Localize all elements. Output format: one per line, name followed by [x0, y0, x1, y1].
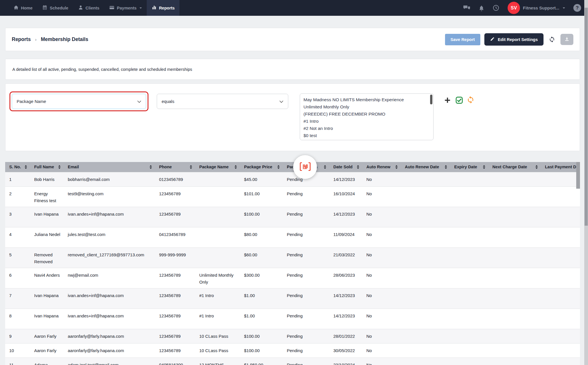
clock-icon[interactable]	[493, 5, 499, 11]
cell-auto-renew-date	[401, 207, 450, 227]
cell-email: aaronfarly@farly.hapana.com	[64, 329, 155, 343]
cell-next-charge-date	[488, 247, 541, 268]
cell-sno: 2	[5, 186, 30, 207]
table-scrollbar[interactable]	[576, 162, 580, 189]
nav-label: Payments	[117, 6, 137, 10]
column-header[interactable]: Date Sold	[329, 162, 362, 172]
memberships-table: S. No. Full Name Email Phone Package Nam…	[5, 162, 580, 365]
user-menu[interactable]: SV Fitness Support...	[508, 2, 565, 14]
cell-next-charge-date	[488, 268, 541, 288]
edit-report-settings-button[interactable]: Edit Report Settings	[484, 33, 543, 46]
cell-auto-renew: No	[362, 288, 401, 309]
listbox-option[interactable]: $0 test	[303, 132, 428, 139]
chevron-down-icon	[279, 99, 283, 104]
sort-icon	[189, 165, 192, 169]
apply-filter-icon[interactable]	[455, 96, 463, 105]
cell-sno: 8	[5, 309, 30, 329]
cell-phone: 123456789	[155, 207, 195, 227]
table-row: 8 Ivan Hapana ivan.andes+inf@hapana.com …	[5, 309, 580, 329]
reset-filter-icon[interactable]	[467, 96, 475, 105]
cell-expiry-date	[450, 343, 488, 358]
cell-package-name: 10 CLass Pass	[195, 329, 240, 343]
nav-item-reports[interactable]: Reports	[147, 0, 180, 16]
cell-expiry-date	[450, 268, 488, 288]
filter-field-select[interactable]: Package Name	[12, 94, 146, 109]
table-row: 2 Energy Fitness test test9@testing.com …	[5, 186, 580, 207]
window-scrollbar-thumb[interactable]	[585, 8, 588, 226]
column-header[interactable]: Last Payment Date	[541, 162, 580, 172]
column-header[interactable]: Auto Renew Date	[401, 162, 450, 172]
cell-package-name	[195, 227, 240, 247]
cell-last-payment-date	[541, 247, 580, 268]
cell-package-price: $100.00	[240, 343, 283, 358]
listbox-scrollbar[interactable]	[430, 95, 432, 104]
cell-email: adam.joel.test@gmail.com	[64, 358, 155, 365]
column-header[interactable]: Email	[64, 162, 155, 172]
nav-label: Home	[21, 6, 32, 10]
window-scrollbar[interactable]	[584, 0, 588, 365]
messages-icon[interactable]	[463, 5, 470, 11]
add-filter-icon[interactable]	[444, 97, 451, 105]
credit-card-icon	[109, 5, 115, 11]
filter-values-listbox[interactable]: May Madness NO LIMITS Membership Experie…	[300, 93, 434, 140]
cell-date-sold: 23/10/2024	[329, 358, 362, 365]
download-icon	[564, 36, 570, 43]
cell-phone: 123456789	[155, 268, 195, 288]
listbox-option[interactable]: #2 Not an Intro	[303, 125, 428, 132]
cell-date-sold: 28/06/2023	[329, 268, 362, 288]
cell-sno: 7	[5, 288, 30, 309]
cell-expiry-date	[450, 247, 488, 268]
column-header-label: Auto Renew Date	[405, 165, 439, 169]
save-report-button[interactable]: Save Report	[445, 34, 480, 45]
column-header[interactable]: Package Price	[240, 162, 283, 172]
cell-sno: 9	[5, 329, 30, 343]
user-name: Fitness Support...	[523, 5, 559, 10]
column-header[interactable]: Auto Renew	[362, 162, 401, 172]
cell-auto-renew: No	[362, 186, 401, 207]
cell-package-price: $1,950.00	[240, 358, 283, 365]
page-title: Membership Details	[41, 36, 88, 42]
listbox-option[interactable]: May Madness NO LIMITS Membership Experie…	[303, 96, 428, 103]
top-navbar: Home Schedule Clients Payments Reports S…	[0, 0, 588, 16]
column-header[interactable]: Full Name	[30, 162, 64, 172]
cell-package-status: Pending	[283, 186, 329, 207]
cell-sno: 11	[5, 358, 30, 365]
listbox-option[interactable]: (FREEDEC) FREE DECEMBER PROMO	[303, 110, 428, 118]
cell-next-charge-date	[488, 172, 541, 186]
listbox-option[interactable]: #1 Intro	[303, 118, 428, 125]
refresh-report-icon[interactable]	[549, 36, 555, 43]
column-header[interactable]: Package Name	[195, 162, 240, 172]
nav-label: Reports	[159, 6, 175, 10]
table-row: 4 Juliana Nedel jules.test@test.com 0412…	[5, 227, 580, 247]
column-header[interactable]: Next Charge Date	[488, 162, 541, 172]
cell-package-status: Pending	[283, 288, 329, 309]
nav-item-schedule[interactable]: Schedule	[37, 0, 73, 16]
column-header[interactable]: Expiry Date	[450, 162, 488, 172]
header-actions: Save Report Edit Report Settings	[445, 33, 573, 46]
nav-item-payments[interactable]: Payments	[104, 0, 147, 16]
help-icon[interactable]: ?	[573, 4, 581, 12]
chevron-down-icon	[140, 7, 142, 10]
filter-operator-select[interactable]: equals	[157, 94, 288, 109]
cell-package-status: Pending	[283, 343, 329, 358]
download-report-button[interactable]	[560, 34, 573, 45]
cell-phone: 123456789	[155, 329, 195, 343]
listbox-option[interactable]: Unlimited Monthly Only	[303, 103, 428, 110]
breadcrumb-section[interactable]: Reports	[12, 36, 31, 42]
cell-auto-renew: No	[362, 358, 401, 365]
sort-icon	[444, 165, 447, 169]
table-row: 7 Ivan Hapana ivan.andes+inf@hapana.com …	[5, 288, 580, 309]
table-row: 10 Aaron Farly aaronfarly@farly.hapana.c…	[5, 343, 580, 358]
nav-item-clients[interactable]: Clients	[73, 0, 104, 16]
cell-full-name: Bob Harris	[30, 172, 64, 186]
sort-icon	[149, 165, 152, 169]
cell-full-name: Adama	[30, 358, 64, 365]
cell-next-charge-date	[488, 309, 541, 329]
cell-phone: 123456789	[155, 309, 195, 329]
scan-button[interactable]	[293, 155, 317, 179]
cell-email: test9@testing.com	[64, 186, 155, 207]
column-header[interactable]: Phone	[155, 162, 195, 172]
nav-item-home[interactable]: Home	[9, 0, 37, 16]
column-header[interactable]: S. No.	[5, 162, 30, 172]
bell-icon[interactable]	[479, 5, 484, 11]
